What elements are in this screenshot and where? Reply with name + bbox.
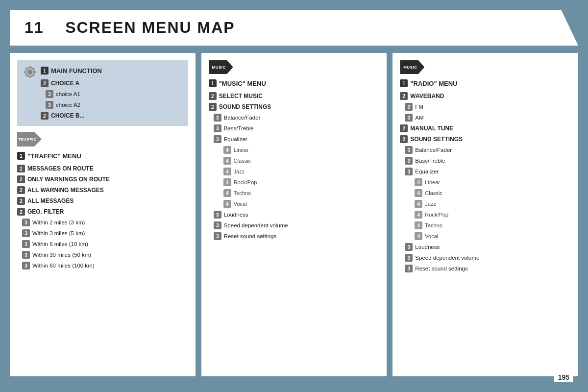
- within-60-miles: 3Within 60 miles (100 km): [22, 260, 188, 271]
- left-panel: 1 MAIN FUNCTION 2 CHOICE A 3 choice A1 3…: [10, 53, 196, 376]
- bass-treble-radio: 3Bass/Treble: [405, 155, 571, 166]
- choice-a1-item: 3 choice A1: [46, 89, 102, 99]
- loudness-music: 3Loudness: [214, 209, 380, 220]
- linear-music: 4Linear: [223, 145, 380, 155]
- choice-a2-item: 3 choice A2: [46, 99, 102, 110]
- reset-sound-settings-music: 3Reset sound settings: [214, 231, 380, 242]
- vocal-music: 4Vocal: [223, 198, 380, 209]
- within-2-miles: 3Within 2 miles (3 km): [22, 217, 188, 228]
- equalizer-music: 3Equalizer: [214, 134, 380, 145]
- within-30-miles: 3Within 30 miles (50 km): [22, 249, 188, 260]
- balance-fader-radio: 3Balance/Fader: [405, 145, 571, 155]
- messages-on-route: 2MESSAGES ON ROUTE: [17, 163, 188, 174]
- page-header: 11 SCREEN MENU MAP: [10, 10, 578, 46]
- rockpop-music: 4Rock/Pop: [223, 177, 380, 188]
- techno-music: 4Techno: [223, 188, 380, 198]
- jazz-radio: 4Jazz: [415, 198, 571, 209]
- choice-a-item: 2 CHOICE A: [41, 78, 102, 89]
- reset-sound-settings-radio: 3Reset sound settings: [405, 263, 571, 274]
- rockpop-radio: 4Rock/Pop: [415, 209, 571, 220]
- classic-radio: 4Classic: [415, 188, 571, 198]
- classic-music: 4Classic: [223, 155, 380, 166]
- traffic-section: TRAFFIC 1 "TRAFFIC" MENU 2MESSAGES ON RO…: [17, 132, 188, 271]
- within-6-miles: 3Within 6 miles (10 km): [22, 239, 188, 249]
- all-warning-messages: 2ALL WARNING MESSAGES: [17, 185, 188, 196]
- select-music: 2SELECT MUSIC: [209, 91, 380, 101]
- sound-settings-radio: 2SOUND SETTINGS: [400, 134, 571, 145]
- music-menu-title: 1 "MUSIC" MENU: [209, 78, 380, 89]
- all-messages: 2ALL MESSAGES: [17, 196, 188, 206]
- radio-panel: MUSIC 1 "RADIO" MENU 2WAVEBAND 3FM 3AM 2…: [392, 53, 578, 376]
- vocal-radio: 4Vocal: [415, 231, 571, 242]
- traffic-menu-title: 1 "TRAFFIC" MENU: [17, 150, 188, 161]
- radio-menu-title: 1 "RADIO" MENU: [400, 78, 571, 89]
- am: 3AM: [405, 112, 571, 123]
- speed-dependent-volume-radio: 3Speed dependent volume: [405, 252, 571, 263]
- manual-tune: 2MANUAL TUNE: [400, 123, 571, 134]
- music-panel: MUSIC 1 "MUSIC" MENU 2SELECT MUSIC 2SOUN…: [201, 53, 387, 376]
- waveband: 2WAVEBAND: [400, 91, 571, 101]
- linear-radio: 4Linear: [415, 177, 571, 188]
- within-3-miles: 3Within 3 miles (5 km): [22, 228, 188, 239]
- fm: 3FM: [405, 101, 571, 112]
- jazz-music: 4Jazz: [223, 166, 380, 177]
- techno-radio: 4Techno: [415, 220, 571, 231]
- gear-icon: [23, 65, 37, 79]
- speed-dependent-volume-music: 3Speed dependent volume: [214, 220, 380, 231]
- equalizer-radio: 3Equalizer: [405, 166, 571, 177]
- main-function-item: 1 MAIN FUNCTION: [41, 65, 102, 76]
- traffic-icon: TRAFFIC: [17, 132, 42, 147]
- sound-settings-music: 2SOUND SETTINGS: [209, 101, 380, 112]
- main-function-section: 1 MAIN FUNCTION 2 CHOICE A 3 choice A1 3…: [17, 60, 188, 126]
- geo-filter: 2GEO. FILTER: [17, 206, 188, 217]
- choice-b-item: 2 CHOICE B...: [41, 110, 102, 121]
- music-icon: MUSIC: [209, 60, 233, 74]
- loudness-radio: 3Loudness: [405, 242, 571, 252]
- bass-treble-music: 3Bass/Treble: [214, 123, 380, 134]
- page-number: 195: [554, 372, 573, 382]
- radio-icon: MUSIC: [400, 60, 424, 74]
- only-warnings-on-route: 2ONLY WARNINGS ON ROUTE: [17, 174, 188, 185]
- balance-fader-music: 3Balance/Fader: [214, 112, 380, 123]
- page-title: 11 SCREEN MENU MAP: [24, 19, 564, 37]
